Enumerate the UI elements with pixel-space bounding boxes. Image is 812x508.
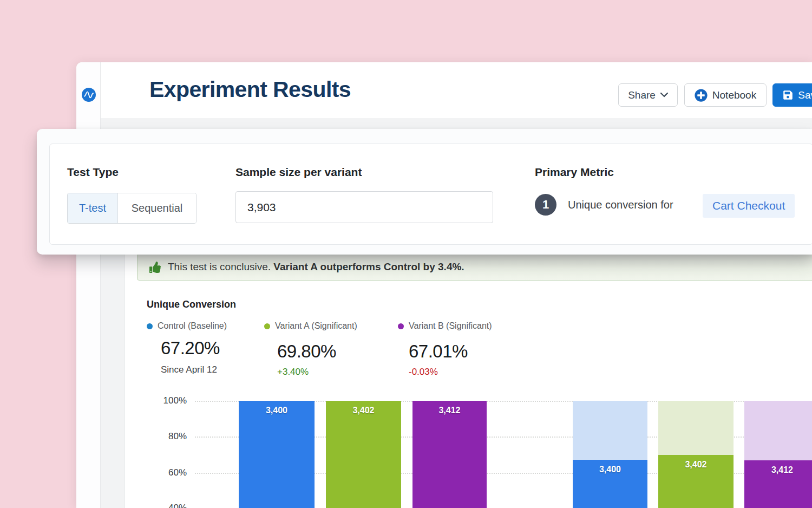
primary-metric-description: Unique conversion for [568, 199, 673, 211]
save-floppy-icon [783, 90, 793, 100]
thumbs-up-icon [149, 262, 161, 273]
control-subtext: Since April 12 [161, 364, 227, 375]
legend-variant-b-label: Variant B (Significant) [409, 321, 492, 331]
bar-remainder-segment [658, 401, 734, 455]
chart-bar-conversion-control[interactable]: 3,400 [573, 401, 647, 508]
bar-value-label: 3,412 [412, 406, 487, 415]
chart-bar-sample-count-control[interactable]: 3,400 [239, 401, 315, 508]
variant-a-value: 69.80% [277, 341, 357, 362]
banner-text-regular: This test is conclusive. [168, 261, 271, 272]
metric-title: Unique Conversion [147, 299, 236, 310]
variant-b-subtext: -0.03% [409, 367, 492, 377]
chart-bar-conversion-variant_a[interactable]: 3,402 [658, 401, 734, 508]
bar-value-label: 3,400 [239, 406, 315, 415]
variant-b-value: 67.01% [409, 341, 492, 362]
page-title: Experiment Results [149, 77, 351, 102]
bar-value-label: 3,402 [658, 460, 734, 470]
bar-remainder-segment [573, 401, 647, 460]
variant-a-subtext: +3.40% [277, 367, 357, 377]
chart-bar-sample-count-variant_a[interactable]: 3,402 [326, 401, 401, 508]
banner-text-bold: Variant A outperforms Control by 3.4%. [273, 261, 464, 272]
bar-converted-segment [412, 401, 487, 508]
legend-variant-b: Variant B (Significant) 67.01% -0.03% [398, 321, 492, 377]
sample-size-input[interactable] [235, 191, 493, 223]
banner-text: This test is conclusive. Variant A outpe… [168, 261, 464, 273]
chart-bar-conversion-variant_b[interactable]: 3,412 [744, 401, 812, 508]
plus-circle-icon [695, 89, 708, 102]
legend-control-label: Control (Baseline) [158, 321, 227, 331]
bar-remainder-segment [744, 401, 812, 460]
legend-variant-a-label: Variant A (Significant) [275, 321, 357, 331]
y-tick-100: 100% [149, 395, 187, 406]
notebook-button[interactable]: Notebook [684, 83, 767, 107]
control-dot-icon [147, 323, 153, 329]
legend-control: Control (Baseline) 67.20% Since April 12 [147, 321, 227, 375]
y-tick-40: 40% [149, 503, 187, 508]
amplitude-logo-icon[interactable] [82, 88, 96, 102]
chevron-down-icon [660, 93, 668, 97]
header: Experiment Results Share Notebook Save [101, 62, 812, 118]
test-type-option-t-test[interactable]: T-test [68, 193, 118, 223]
config-panel: Test Type T-test Sequential Sample size … [37, 129, 812, 255]
cart-checkout-link[interactable]: Cart Checkout [703, 194, 795, 218]
chart-bar-sample-count-variant_b[interactable]: 3,412 [412, 401, 487, 508]
bar-value-label: 3,400 [573, 465, 647, 474]
config-card: Test Type T-test Sequential Sample size … [49, 144, 812, 245]
share-button[interactable]: Share [618, 83, 678, 107]
y-tick-80: 80% [149, 431, 187, 442]
save-button-label: Save [798, 89, 812, 101]
bar-value-label: 3,402 [326, 406, 401, 415]
notebook-button-label: Notebook [712, 89, 756, 101]
variant-a-dot-icon [264, 323, 270, 329]
y-tick-60: 60% [149, 467, 187, 478]
bar-converted-segment [326, 401, 401, 508]
bar-converted-segment [239, 401, 315, 508]
bar-value-label: 3,412 [744, 465, 812, 475]
sample-size-label: Sample size per variant [235, 166, 362, 179]
control-value: 67.20% [161, 338, 227, 359]
page: Experiment Results Share Notebook Save [0, 0, 812, 508]
test-type-segmented-control: T-test Sequential [67, 193, 197, 224]
test-type-option-sequential[interactable]: Sequential [118, 193, 196, 223]
variant-b-dot-icon [398, 323, 404, 329]
metric-order-badge: 1 [535, 194, 556, 216]
legend-variant-a: Variant A (Significant) 69.80% +3.40% [264, 321, 357, 377]
test-type-label: Test Type [67, 166, 119, 179]
primary-metric-label: Primary Metric [535, 166, 614, 179]
conclusive-banner: This test is conclusive. Variant A outpe… [137, 253, 812, 281]
share-button-label: Share [628, 89, 656, 101]
save-button[interactable]: Save [772, 83, 812, 107]
